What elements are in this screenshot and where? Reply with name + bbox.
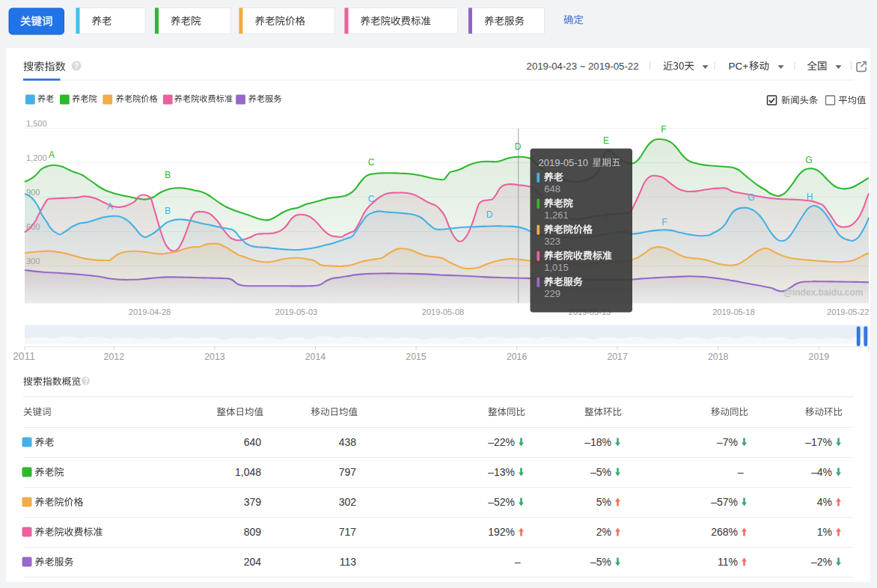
svg-text:D: D — [515, 141, 522, 152]
svg-text:B: B — [165, 206, 171, 216]
svg-text:717: 717 — [339, 526, 357, 538]
svg-text:–57%: –57% — [711, 496, 738, 508]
svg-text:–: – — [515, 556, 521, 568]
svg-text:E: E — [603, 135, 609, 146]
svg-text:PC+: PC+ — [729, 61, 749, 72]
svg-text:797: 797 — [339, 466, 357, 478]
svg-text:A: A — [107, 201, 113, 212]
svg-text:2019: 2019 — [809, 352, 830, 362]
svg-text:192%: 192% — [488, 526, 515, 538]
svg-text:268%: 268% — [711, 526, 738, 538]
svg-text:–4%: –4% — [811, 466, 832, 478]
svg-text:–7%: –7% — [717, 436, 738, 448]
svg-text:–18%: –18% — [584, 436, 611, 448]
svg-text:2019-05-03: 2019-05-03 — [275, 307, 317, 316]
svg-text:–22%: –22% — [488, 436, 515, 448]
svg-text:2%: 2% — [596, 526, 611, 538]
svg-text:2012: 2012 — [104, 352, 125, 362]
svg-text:F: F — [661, 124, 666, 135]
svg-text:–: – — [738, 466, 744, 478]
svg-text:1%: 1% — [817, 526, 832, 538]
svg-text:302: 302 — [339, 496, 357, 508]
svg-text:1,200: 1,200 — [26, 153, 47, 162]
svg-text:@index.baidu.com: @index.baidu.com — [783, 287, 863, 298]
svg-text:–5%: –5% — [590, 556, 611, 568]
svg-text:?: ? — [84, 377, 88, 385]
svg-text:?: ? — [74, 62, 79, 70]
svg-text:–52%: –52% — [488, 496, 515, 508]
svg-text:–5%: –5% — [590, 466, 611, 478]
svg-text:2019-04-28: 2019-04-28 — [129, 307, 171, 316]
svg-text:H: H — [807, 192, 813, 202]
svg-text:809: 809 — [244, 526, 262, 538]
svg-text:2019-05-10: 2019-05-10 — [539, 157, 589, 168]
svg-text:G: G — [748, 192, 754, 203]
svg-text:11%: 11% — [718, 556, 738, 568]
svg-text:2014: 2014 — [305, 352, 326, 362]
svg-text:–13%: –13% — [488, 466, 515, 478]
svg-text:2017: 2017 — [607, 352, 628, 362]
svg-text:113: 113 — [340, 556, 357, 568]
svg-text:2019-05-08: 2019-05-08 — [422, 307, 464, 316]
svg-text:379: 379 — [244, 496, 262, 508]
svg-text:2018: 2018 — [708, 352, 729, 362]
svg-text:B: B — [165, 170, 171, 180]
svg-text:A: A — [49, 150, 55, 160]
svg-text:D: D — [486, 209, 493, 220]
svg-text:2015: 2015 — [406, 352, 427, 362]
svg-text:2019-04-23 ~ 2019-05-22: 2019-04-23 ~ 2019-05-22 — [527, 61, 639, 72]
svg-text:G: G — [805, 155, 812, 165]
svg-text:1,015: 1,015 — [544, 262, 569, 273]
svg-text:2019-05-18: 2019-05-18 — [712, 307, 754, 316]
svg-text:204: 204 — [244, 556, 262, 568]
svg-text:2016: 2016 — [507, 352, 528, 362]
svg-text:–2%: –2% — [811, 556, 832, 568]
svg-text:2019-05-22: 2019-05-22 — [827, 307, 869, 316]
svg-text:640: 640 — [244, 436, 262, 448]
svg-text:4%: 4% — [817, 496, 832, 508]
svg-text:F: F — [661, 217, 667, 227]
svg-text:2011: 2011 — [13, 351, 35, 362]
svg-text:229: 229 — [544, 288, 560, 299]
svg-text:1,048: 1,048 — [235, 466, 261, 478]
svg-text:323: 323 — [544, 236, 560, 247]
svg-text:2013: 2013 — [204, 352, 225, 362]
svg-text:C: C — [368, 157, 375, 168]
svg-text:1,500: 1,500 — [26, 119, 47, 128]
svg-text:–17%: –17% — [805, 436, 832, 448]
svg-text:1,261: 1,261 — [544, 209, 569, 221]
svg-text:438: 438 — [339, 436, 357, 448]
svg-text:5%: 5% — [596, 496, 611, 508]
svg-text:648: 648 — [544, 183, 560, 195]
svg-text:C: C — [368, 194, 375, 204]
